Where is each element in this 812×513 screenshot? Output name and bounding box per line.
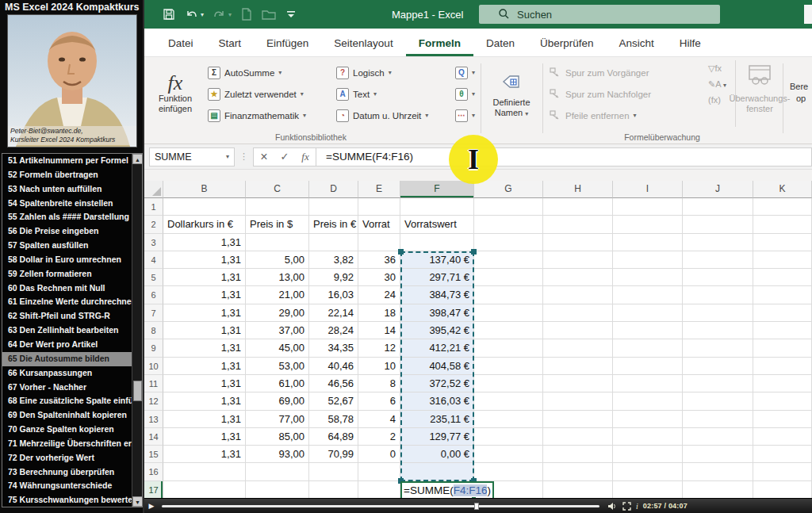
column-header-E[interactable]: E [358,181,400,198]
cell-I8[interactable] [613,322,683,339]
cell-D3[interactable] [309,234,358,251]
cell-I5[interactable] [613,269,683,286]
column-header-C[interactable]: C [246,181,309,198]
cell-C5[interactable]: 13,00 [246,269,309,286]
row-header-9[interactable]: 9 [144,339,163,357]
tab-formeln[interactable]: Formeln [406,31,473,56]
search-input[interactable]: Suchen [479,5,720,24]
cell-B8[interactable]: 1,31 [163,322,246,339]
cell-K4[interactable] [753,251,812,269]
cell-J12[interactable] [683,392,753,410]
name-box[interactable]: SUMME ▾ [149,147,235,167]
cell-D5[interactable]: 9,92 [309,269,358,286]
cell-J17[interactable] [683,481,753,499]
cell-B13[interactable]: 1,31 [163,411,246,428]
cell-J5[interactable] [683,269,753,286]
cell-D17[interactable] [309,481,358,499]
cell-C4[interactable]: 5,00 [246,251,309,269]
cell-H8[interactable] [543,322,613,339]
cell-B15[interactable]: 1,31 [163,446,246,463]
cell-K9[interactable] [753,339,812,357]
cell-I3[interactable] [613,234,683,251]
fullscreen-icon[interactable] [622,501,631,511]
cell-D2[interactable]: Preis in € [309,216,358,233]
cell-E5[interactable]: 30 [358,269,400,286]
cell-J2[interactable] [683,216,753,233]
chapter-item[interactable]: 51 Artikelnummern per Formel [2,154,142,168]
row-header-5[interactable]: 5 [144,269,163,286]
cell-F2[interactable]: Vorratswert [400,216,474,233]
cell-B11[interactable]: 1,31 [163,375,246,392]
cell-D15[interactable]: 70,99 [309,446,358,463]
cell-B17[interactable] [163,481,246,499]
cell-F11[interactable]: 372,52 € [400,375,474,392]
cell-H12[interactable] [543,392,613,410]
cell-G16[interactable] [474,463,543,480]
select-all-corner[interactable] [144,181,163,198]
tab-hilfe[interactable]: Hilfe [667,31,714,56]
cell-K11[interactable] [753,375,812,392]
cell-E10[interactable]: 10 [358,358,400,375]
insert-function-button[interactable]: fx Funktion einfügen [151,62,200,125]
cell-C11[interactable]: 61,00 [246,375,309,392]
cell-J9[interactable] [683,339,753,357]
cell-F10[interactable]: 404,58 € [400,358,474,375]
cell-E13[interactable]: 4 [358,411,400,428]
chapter-item[interactable]: 62 Shift-Pfeil und STRG-R [2,309,142,323]
chapter-item[interactable]: 74 Währungsunterschiede [2,479,142,493]
cell-C7[interactable]: 29,00 [246,304,309,322]
cell-E11[interactable]: 8 [358,375,400,392]
chapter-item[interactable]: 60 Das Rechnen mit Null [2,281,142,296]
cell-E3[interactable] [358,234,400,251]
cell-I9[interactable] [613,339,683,357]
cell-J6[interactable] [683,286,753,304]
cell-B12[interactable]: 1,31 [163,392,246,410]
calculation-options-button[interactable]: Bere op [790,81,808,105]
cell-J3[interactable] [683,234,753,251]
cell-D14[interactable]: 64,89 [309,428,358,446]
cell-C3[interactable] [246,234,309,251]
cell-J16[interactable] [683,463,753,480]
formula-input[interactable]: =SUMME(F4:F16) [316,147,812,167]
cell-F3[interactable] [400,234,474,251]
cell-D12[interactable]: 52,67 [309,392,358,410]
scroll-up-icon[interactable]: ▲ [132,154,143,164]
function-category-button[interactable]: Q▾ [455,62,475,83]
chapter-item[interactable]: 55 Zahlen als #### Darstellung [2,210,142,224]
cell-B3[interactable]: 1,31 [163,234,246,251]
cell-K10[interactable] [753,358,812,375]
cell-C15[interactable]: 93,00 [246,446,309,463]
cell-G6[interactable] [474,286,543,304]
cell-H14[interactable] [543,428,613,446]
cell-I14[interactable] [613,428,683,446]
cell-K8[interactable] [753,322,812,339]
cell-G3[interactable] [474,234,543,251]
cell-J14[interactable] [683,428,753,446]
text-button[interactable]: AText▾ [336,83,428,105]
cell-I12[interactable] [613,392,683,410]
cell-H16[interactable] [543,463,613,480]
row-header-12[interactable]: 12 [144,392,163,410]
cell-H11[interactable] [543,375,613,392]
cell-C16[interactable] [246,463,309,480]
row-header-11[interactable]: 11 [144,375,163,392]
cell-J11[interactable] [683,375,753,392]
cell-F14[interactable]: 129,77 € [400,428,474,446]
cell-H13[interactable] [543,411,613,428]
autosumme-button[interactable]: ΣAutoSumme▾ [208,62,306,83]
cell-E16[interactable] [358,463,400,480]
cell-I11[interactable] [613,375,683,392]
cell-I7[interactable] [613,304,683,322]
cell-H6[interactable] [543,286,613,304]
cell-K16[interactable] [753,463,812,480]
cell-E14[interactable]: 2 [358,428,400,446]
row-header-17[interactable]: 17 [144,481,163,499]
cell-D4[interactable]: 3,82 [309,251,358,269]
tab-überprüfen[interactable]: Überprüfen [527,31,607,56]
tab-start[interactable]: Start [206,31,255,56]
cell-I2[interactable] [613,216,683,233]
cell-E15[interactable]: 0 [358,446,400,463]
cell-E7[interactable]: 18 [358,304,400,322]
undo-dropdown-icon[interactable]: ▾ [201,11,204,18]
cell-G15[interactable] [474,446,543,463]
